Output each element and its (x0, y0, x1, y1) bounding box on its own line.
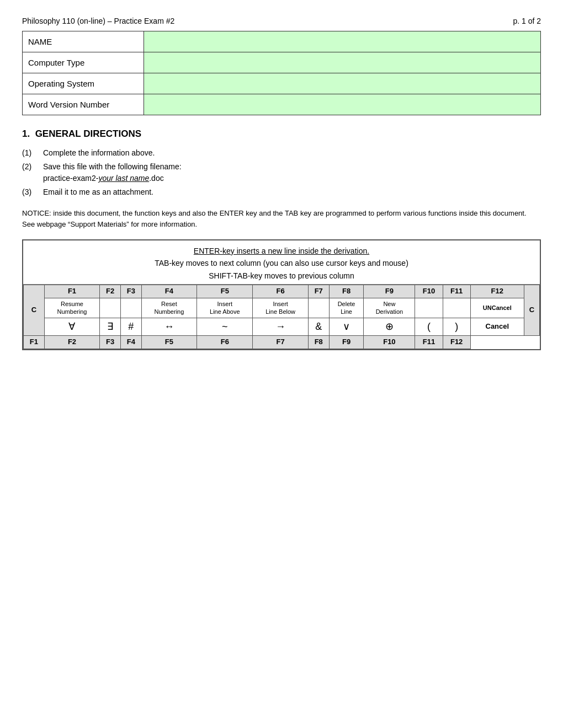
info-row: Word Version Number (23, 94, 541, 115)
fkey-header-cell: F6 (253, 285, 308, 298)
fkey-symbols: ∀∃#↔~→&∨⊕()Cancel (24, 318, 540, 335)
directions-list: (1) Complete the information above. (2) … (22, 147, 541, 198)
info-value[interactable] (144, 52, 541, 73)
fkey-bottom-header: F1F2F3F4F5F6F7F8F9F10F11F12 (24, 336, 540, 349)
fkey-header-cell: F9 (364, 285, 415, 298)
shift-tab-line: SHIFT-TAB-key moves to previous column (26, 270, 537, 282)
fkey-header-cell: F5 (197, 285, 253, 298)
fkey-labels: ResumeNumberingResetNumberingInsertLine … (24, 298, 540, 318)
fkey-header-cell: F2 (100, 285, 121, 298)
fkey-header-cell: F8 (329, 285, 364, 298)
fkey-symbol-cell: & (308, 318, 329, 335)
fkey-symbol-cell: ⊕ (364, 318, 415, 335)
fkey-footer-cell: F6 (197, 336, 253, 349)
fkey-footer-cell: F9 (329, 336, 364, 349)
fkey-top-header: C F1F2F3F4F5F6F7F8F9F10F11F12C (24, 285, 540, 298)
filename-italic: your last name (98, 174, 149, 183)
key-info-header: ENTER-key inserts a new line inside the … (23, 240, 540, 285)
key-reference-box: ENTER-key inserts a new line inside the … (22, 239, 541, 350)
fkey-table: C F1F2F3F4F5F6F7F8F9F10F11F12C ResumeNum… (23, 285, 540, 349)
direction-3: (3) Email it to me as an attachment. (22, 186, 541, 198)
fkey-label-cell: InsertLine Above (197, 298, 253, 318)
info-value[interactable] (144, 73, 541, 94)
fkey-header-cell: F3 (120, 285, 141, 298)
enter-key-line: ENTER-key inserts a new line inside the … (26, 245, 537, 257)
fkey-label-cell: InsertLine Below (253, 298, 308, 318)
fkey-header-cell: F11 (443, 285, 470, 298)
info-label: NAME (23, 31, 144, 52)
fkey-footer-cell: F7 (253, 336, 308, 349)
fkey-symbol-cell: ∃ (100, 318, 121, 335)
tab-key-line: TAB-key moves to next column (you can al… (26, 257, 537, 269)
c-label-left: C (24, 285, 45, 336)
fkey-footer-cell: F5 (141, 336, 196, 349)
fkey-label-cell (100, 298, 121, 318)
info-table: NAME Computer Type Operating System Word… (22, 31, 541, 115)
fkey-label-cell (120, 298, 141, 318)
fkey-symbol-cell: # (120, 318, 141, 335)
fkey-footer-cell: F2 (44, 336, 99, 349)
fkey-label-cell (443, 298, 470, 318)
fkey-symbol-cell: ~ (197, 318, 253, 335)
fkey-label-cell: UNCancel (470, 298, 524, 318)
fkey-header-cell: F4 (141, 285, 196, 298)
fkey-header-cell: F12 (470, 285, 524, 298)
fkey-symbol-cell: ∨ (329, 318, 364, 335)
fkey-label-cell: ResetNumbering (141, 298, 196, 318)
fkey-symbol-cell: ∀ (44, 318, 99, 335)
direction-1: (1) Complete the information above. (22, 147, 541, 159)
fkey-footer-cell: F3 (100, 336, 121, 349)
fkey-header-cell: F1 (44, 285, 99, 298)
page-title: Philosophy 110 (on-line) – Practice Exam… (22, 17, 174, 25)
page-header: Philosophy 110 (on-line) – Practice Exam… (22, 17, 541, 25)
fkey-label-cell: DeleteLine (329, 298, 364, 318)
page-number: p. 1 of 2 (513, 17, 541, 25)
fkey-symbol-cell: Cancel (470, 318, 524, 335)
fkey-label-cell (308, 298, 329, 318)
info-value[interactable] (144, 31, 541, 52)
info-value[interactable] (144, 94, 541, 115)
info-label: Operating System (23, 73, 144, 94)
fkey-label-cell (415, 298, 443, 318)
fkey-footer-cell: F11 (415, 336, 443, 349)
fkey-symbol-cell: ) (443, 318, 470, 335)
info-row: Operating System (23, 73, 541, 94)
fkey-symbol-cell: ( (415, 318, 443, 335)
fkey-symbol-cell: ↔ (141, 318, 196, 335)
fkey-symbol-cell: → (253, 318, 308, 335)
fkey-footer-cell: F1 (24, 336, 45, 349)
section1-title: 1. GENERAL DIRECTIONS (22, 129, 541, 140)
info-row: NAME (23, 31, 541, 52)
info-row: Computer Type (23, 52, 541, 73)
fkey-label-cell: NewDerivation (364, 298, 415, 318)
fkey-footer-cell: F8 (308, 336, 329, 349)
fkey-header-cell: F10 (415, 285, 443, 298)
info-label: Word Version Number (23, 94, 144, 115)
fkey-footer-cell: F12 (443, 336, 470, 349)
fkey-header-cell: F7 (308, 285, 329, 298)
fkey-footer-cell: F10 (364, 336, 415, 349)
c-label-right-top: C (524, 285, 539, 336)
fkey-label-cell: ResumeNumbering (44, 298, 99, 318)
direction-2: (2) Save this file with the following fi… (22, 161, 541, 184)
info-label: Computer Type (23, 52, 144, 73)
fkey-footer-cell: F4 (120, 336, 141, 349)
notice-text: NOTICE: inside this document, the functi… (22, 208, 541, 229)
